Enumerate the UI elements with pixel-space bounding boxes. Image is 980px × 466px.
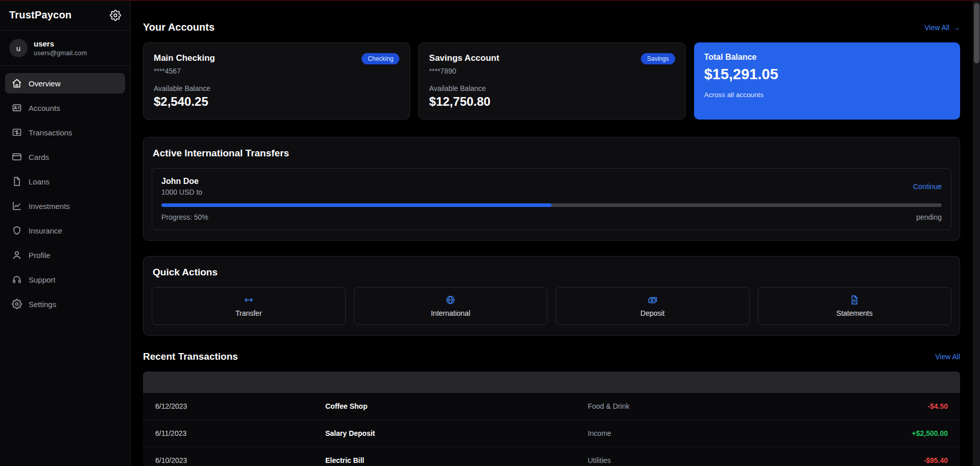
view-all-label: View All: [924, 24, 949, 32]
transaction-description: Electric Bill: [325, 456, 588, 464]
transaction-category: Utilities: [588, 456, 856, 464]
account-number: ****4567: [154, 67, 399, 75]
quick-action-button[interactable]: Deposit: [556, 287, 750, 325]
account-name: Main Checking: [154, 53, 215, 63]
table-row[interactable]: 6/11/2023 Salary Deposit Income +$2,500.…: [143, 420, 960, 447]
available-balance-label: Available Balance: [429, 84, 675, 92]
sidebar-item-label: Settings: [29, 300, 56, 309]
quick-action-button[interactable]: Transfer: [152, 287, 346, 325]
quick-action-button[interactable]: International: [354, 287, 548, 325]
sidebar-item[interactable]: Accounts: [5, 98, 125, 118]
quick-actions-panel: Quick Actions Transfer International Dep…: [143, 256, 960, 336]
available-balance-amount: $12,750.80: [429, 95, 675, 109]
account-cards-row: Main Checking Checking ****4567 Availabl…: [143, 42, 960, 120]
user-profile[interactable]: u users users@gmail.com: [0, 31, 130, 66]
sidebar-item[interactable]: Transactions: [5, 122, 125, 143]
account-type-badge: Checking: [362, 53, 399, 64]
transaction-amount: -$4.50: [856, 402, 948, 410]
id-card-icon: [12, 103, 22, 113]
file-icon: [12, 176, 22, 187]
sidebar-item-label: Loans: [29, 177, 50, 186]
sidebar-item[interactable]: Investments: [5, 196, 125, 216]
sidebar-item-label: Support: [29, 275, 56, 284]
account-type-badge: Savings: [641, 53, 675, 64]
sidebar-item[interactable]: Support: [5, 269, 125, 290]
transaction-amount: -$95.40: [856, 456, 948, 464]
globe-icon: [445, 295, 456, 305]
window-top-edge: [0, 0, 980, 1]
account-name: Savings Account: [429, 53, 499, 63]
sidebar-item-label: Overview: [29, 79, 61, 88]
transaction-description: Coffee Shop: [325, 402, 588, 410]
user-meta: users users@gmail.com: [34, 39, 87, 57]
quick-action-label: Transfer: [235, 309, 262, 317]
app-root: TrustPaycon u users users@gmail.com Over…: [0, 0, 980, 466]
sidebar-item-label: Accounts: [29, 104, 60, 112]
gear-icon: [12, 299, 22, 309]
quick-action-label: Statements: [836, 309, 873, 317]
shield-icon: [12, 225, 22, 236]
sidebar-item-label: Investments: [29, 202, 70, 211]
accounts-section-title: Your Accounts: [143, 21, 214, 33]
view-all-label: View All: [935, 353, 960, 361]
main-content: Your Accounts View All → Main Checking C…: [131, 0, 980, 466]
scrollbar-thumb[interactable]: [974, 3, 979, 63]
scrollbar[interactable]: [972, 1, 980, 466]
sidebar-item-label: Cards: [29, 153, 49, 161]
arrows-lr-icon: [244, 295, 254, 305]
transaction-date: 6/10/2023: [155, 456, 325, 464]
transactions-table: 6/12/2023 Coffee Shop Food & Drink -$4.5…: [143, 371, 960, 466]
transfers-section-title: Active International Transfers: [152, 148, 951, 159]
gear-icon[interactable]: [110, 10, 121, 21]
sidebar-item[interactable]: Loans: [5, 171, 125, 192]
sidebar-item[interactable]: Cards: [5, 147, 125, 167]
user-icon: [12, 250, 22, 260]
total-balance-subtitle: Across all accounts: [704, 91, 950, 99]
transfer-item: John Doe 1000 USD to Continue Progress: …: [152, 168, 951, 230]
transactions-table-header: [143, 371, 960, 393]
total-balance-title: Total Balance: [704, 53, 950, 62]
sidebar-item-label: Transactions: [29, 128, 72, 137]
sidebar-nav: Overview Accounts Transactions Cards Loa…: [0, 66, 130, 321]
credit-card-icon: [12, 152, 22, 162]
file-text-icon: [849, 295, 859, 305]
transactions-view-all-link[interactable]: View All: [935, 353, 960, 361]
arrows-exchange-icon: [12, 127, 22, 137]
table-row[interactable]: 6/10/2023 Electric Bill Utilities -$95.4…: [143, 447, 960, 466]
transaction-description: Salary Deposit: [325, 429, 588, 437]
table-row[interactable]: 6/12/2023 Coffee Shop Food & Drink -$4.5…: [143, 393, 960, 420]
transfer-status: pending: [916, 213, 942, 221]
quick-actions-row: Transfer International Deposit Statement…: [152, 287, 951, 325]
transactions-section: Recent Transactions View All 6/12/2023 C…: [143, 351, 960, 466]
continue-link[interactable]: Continue: [913, 182, 942, 191]
sidebar-item[interactable]: Overview: [5, 73, 125, 94]
transaction-date: 6/12/2023: [155, 402, 325, 410]
user-email: users@gmail.com: [34, 49, 87, 57]
home-icon: [12, 78, 22, 88]
transfer-progress-bar: [161, 203, 942, 207]
accounts-view-all-link[interactable]: View All →: [924, 24, 960, 32]
sidebar-header: TrustPaycon: [0, 0, 130, 31]
banknotes-icon: [648, 295, 658, 305]
sidebar-item[interactable]: Settings: [5, 294, 125, 314]
transfers-list: John Doe 1000 USD to Continue Progress: …: [152, 168, 951, 230]
account-card: Savings Account Savings ****7890 Availab…: [418, 42, 685, 120]
sidebar-item[interactable]: Profile: [5, 245, 125, 265]
transfers-panel: Active International Transfers John Doe …: [143, 137, 960, 241]
available-balance-amount: $2,540.25: [154, 95, 399, 109]
transaction-category: Food & Drink: [588, 402, 856, 410]
app-title: TrustPaycon: [9, 9, 71, 21]
avatar: u: [9, 39, 28, 57]
transfer-progress-fill: [161, 203, 552, 207]
user-name: users: [34, 39, 87, 48]
sidebar-item-label: Profile: [29, 251, 51, 260]
quick-action-button[interactable]: Statements: [758, 287, 952, 325]
sidebar-item[interactable]: Insurance: [5, 220, 125, 241]
accounts-section: Your Accounts View All → Main Checking C…: [143, 21, 960, 120]
quick-action-label: International: [431, 309, 470, 317]
headphones-icon: [12, 274, 22, 285]
available-balance-label: Available Balance: [154, 84, 399, 92]
transaction-amount: +$2,500.00: [856, 429, 948, 437]
transactions-table-body: 6/12/2023 Coffee Shop Food & Drink -$4.5…: [143, 393, 960, 466]
transactions-section-title: Recent Transactions: [143, 351, 238, 362]
